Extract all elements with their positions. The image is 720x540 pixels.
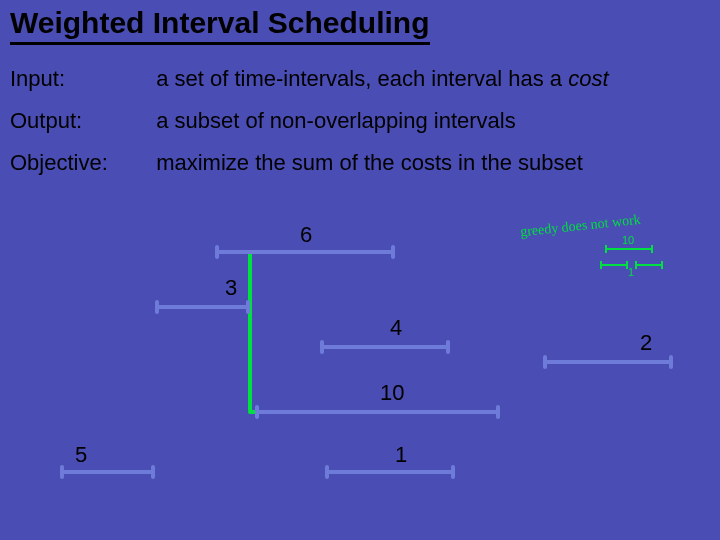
interval-5	[60, 470, 155, 474]
value-input-prefix: a set of time-intervals, each interval h…	[156, 66, 568, 91]
weight-3: 3	[225, 275, 237, 301]
value-objective: maximize the sum of the costs in the sub…	[156, 150, 583, 176]
label-output: Output:	[10, 108, 150, 134]
value-output: a subset of non-overlapping intervals	[156, 108, 516, 134]
slide-title: Weighted Interval Scheduling	[10, 6, 430, 45]
slide: Weighted Interval Scheduling Input: a se…	[0, 0, 720, 540]
weight-6: 6	[300, 222, 312, 248]
weight-1: 1	[395, 442, 407, 468]
interval-4	[320, 345, 450, 349]
label-input: Input:	[10, 66, 150, 92]
mini-interval-bottom-left	[600, 264, 628, 266]
row-input: Input: a set of time-intervals, each int…	[10, 66, 609, 92]
label-objective: Objective:	[10, 150, 150, 176]
weight-10: 10	[380, 380, 404, 406]
weight-2: 2	[640, 330, 652, 356]
mini-label-top: 10	[622, 234, 634, 246]
intervals-diagram: 6 3 4 2 10 5 1 greedy does not work 10 1	[0, 220, 720, 540]
weight-4: 4	[390, 315, 402, 341]
interval-6	[215, 250, 395, 254]
weight-5: 5	[75, 442, 87, 468]
mini-label-bottom: 1	[628, 266, 634, 278]
row-objective: Objective: maximize the sum of the costs…	[10, 150, 583, 176]
interval-1	[325, 470, 455, 474]
interval-10	[255, 410, 500, 414]
value-input: a set of time-intervals, each interval h…	[156, 66, 608, 92]
mini-interval-bottom-right	[635, 264, 663, 266]
interval-3	[155, 305, 250, 309]
value-input-italic: cost	[568, 66, 608, 91]
mini-interval-top	[605, 248, 653, 250]
selection-vertical	[248, 250, 252, 412]
row-output: Output: a subset of non-overlapping inte…	[10, 108, 516, 134]
interval-2	[543, 360, 673, 364]
